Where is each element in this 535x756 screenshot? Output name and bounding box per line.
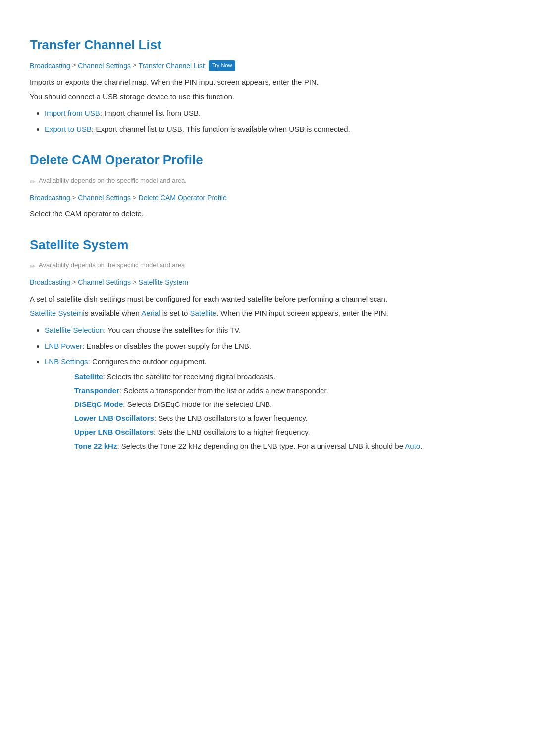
section1-breadcrumb-transfer[interactable]: Transfer Channel List (139, 60, 205, 71)
section2-title: Delete CAM Operator Profile (30, 150, 505, 171)
section1-breadcrumb-broadcasting[interactable]: Broadcasting (30, 60, 70, 71)
section3-desc2-pre: is available when (83, 309, 142, 317)
tone22khz-sub-item: Tone 22 kHz: Selects the Tone 22 kHz dep… (74, 440, 505, 452)
lnb-power-link[interactable]: LNB Power (45, 342, 82, 350)
satellite-sub-item: Satellite: Selects the satellite for rec… (74, 371, 505, 383)
satellite-link[interactable]: Satellite (190, 309, 216, 317)
tone22khz-sub-text: : Selects the Tone 22 kHz depending on t… (117, 442, 405, 450)
section3-availability: ✏ Availability depends on the specific m… (30, 260, 505, 272)
satellite-sub-link[interactable]: Satellite (74, 372, 103, 381)
section2-availability: ✏ Availability depends on the specific m… (30, 176, 505, 187)
section2-availability-text: Availability depends on the specific mod… (39, 176, 187, 186)
section-transfer-channel-list: Transfer Channel List Broadcasting > Cha… (30, 35, 505, 135)
export-usb-text: : Export channel list to USB. This funct… (92, 125, 350, 133)
section3-availability-text: Availability depends on the specific mod… (39, 260, 187, 271)
import-usb-text: : Import channel list from USB. (100, 109, 201, 117)
section3-breadcrumb-satellite-system[interactable]: Satellite System (139, 277, 188, 288)
list-item: LNB Power: Enables or disables the power… (45, 340, 505, 352)
section1-try-now-badge[interactable]: Try Now (209, 60, 236, 71)
tone22khz-sub-link[interactable]: Tone 22 kHz (74, 442, 117, 450)
lnb-settings-sub-items: Satellite: Selects the satellite for rec… (59, 371, 505, 452)
section2-breadcrumb: Broadcasting > Channel Settings > Delete… (30, 192, 505, 203)
tone22khz-trailing-end: . (420, 442, 422, 450)
pencil-icon-2: ✏ (30, 261, 36, 272)
section3-breadcrumb: Broadcasting > Channel Settings > Satell… (30, 277, 505, 288)
diseqc-sub-item: DiSEqC Mode: Selects DiSEqC mode for the… (74, 399, 505, 410)
section-satellite-system: Satellite System ✏ Availability depends … (30, 235, 505, 452)
transponder-sub-item: Transponder: Selects a transponder from … (74, 385, 505, 397)
list-item: LNB Settings: Configures the outdoor equ… (45, 356, 505, 452)
diseqc-sub-link[interactable]: DiSEqC Mode (74, 400, 123, 408)
satellite-selection-text: : You can choose the satellites for this… (104, 326, 241, 334)
section1-sep1: > (72, 60, 76, 71)
section2-description: Select the CAM operator to delete. (30, 208, 505, 220)
diseqc-sub-text: : Selects DiSEqC mode for the selected L… (123, 400, 272, 408)
lnb-settings-link[interactable]: LNB Settings (45, 357, 88, 366)
section3-title: Satellite System (30, 235, 505, 255)
transponder-sub-link[interactable]: Transponder (74, 386, 119, 395)
section1-description2: You should connect a USB storage device … (30, 91, 505, 102)
list-item: Satellite Selection: You can choose the … (45, 324, 505, 336)
section3-sep2: > (133, 277, 137, 288)
satellite-system-link[interactable]: Satellite System (30, 309, 83, 317)
import-usb-link[interactable]: Import from USB (45, 109, 100, 117)
section3-feature-list: Satellite Selection: You can choose the … (45, 324, 505, 452)
lower-lnb-sub-link[interactable]: Lower LNB Oscillators (74, 414, 154, 422)
section2-breadcrumb-broadcasting[interactable]: Broadcasting (30, 192, 70, 203)
section3-desc2-post: . When the PIN input screen appears, ent… (216, 309, 388, 317)
upper-lnb-sub-text: : Sets the LNB oscillators to a higher f… (154, 428, 310, 436)
list-item: Export to USB: Export channel list to US… (45, 123, 505, 135)
lower-lnb-sub-item: Lower LNB Oscillators: Sets the LNB osci… (74, 412, 505, 424)
lnb-settings-text: : Configures the outdoor equipment. (88, 357, 207, 366)
pencil-icon: ✏ (30, 176, 36, 187)
section2-sep2: > (133, 193, 137, 203)
section3-breadcrumb-channel-settings[interactable]: Channel Settings (78, 277, 131, 288)
section2-sep1: > (72, 193, 76, 203)
section1-breadcrumb-channel-settings[interactable]: Channel Settings (78, 60, 131, 71)
section3-description1: A set of satellite dish settings must be… (30, 293, 505, 305)
export-usb-link[interactable]: Export to USB (45, 125, 92, 133)
section1-sep2: > (133, 60, 137, 71)
auto-link[interactable]: Auto (405, 442, 420, 450)
lnb-power-text: : Enables or disables the power supply f… (82, 342, 251, 350)
aerial-link[interactable]: Aerial (141, 309, 160, 317)
list-item: Import from USB: Import channel list fro… (45, 107, 505, 119)
section2-breadcrumb-delete-cam[interactable]: Delete CAM Operator Profile (139, 192, 227, 203)
section3-desc2-mid2: is set to (160, 309, 190, 317)
satellite-selection-link[interactable]: Satellite Selection (45, 326, 104, 334)
upper-lnb-sub-item: Upper LNB Oscillators: Sets the LNB osci… (74, 426, 505, 438)
section2-breadcrumb-channel-settings[interactable]: Channel Settings (78, 192, 131, 203)
section1-description1: Imports or exports the channel map. When… (30, 76, 505, 88)
section-delete-cam: Delete CAM Operator Profile ✏ Availabili… (30, 150, 505, 220)
section3-breadcrumb-broadcasting[interactable]: Broadcasting (30, 277, 70, 288)
satellite-sub-text: : Selects the satellite for receiving di… (103, 372, 276, 381)
section1-feature-list: Import from USB: Import channel list fro… (45, 107, 505, 135)
transponder-sub-text: : Selects a transponder from the list or… (119, 386, 328, 395)
section1-breadcrumb: Broadcasting > Channel Settings > Transf… (30, 60, 505, 71)
section1-title: Transfer Channel List (30, 35, 505, 55)
lower-lnb-sub-text: : Sets the LNB oscillators to a lower fr… (154, 414, 308, 422)
section3-sep1: > (72, 277, 76, 288)
upper-lnb-sub-link[interactable]: Upper LNB Oscillators (74, 428, 154, 436)
section3-description2: Satellite Systemis available when Aerial… (30, 307, 505, 319)
